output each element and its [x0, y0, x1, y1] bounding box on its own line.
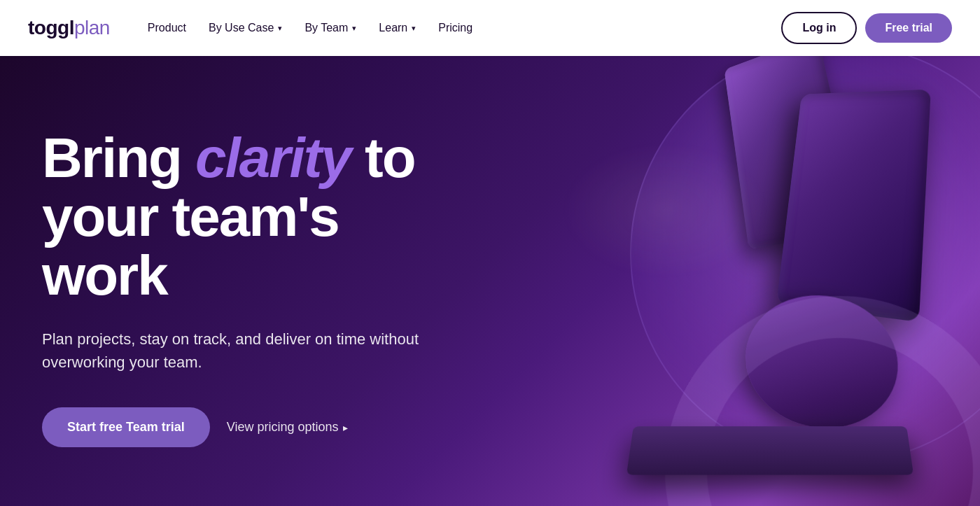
nav-item-by-use-case[interactable]: By Use Case ▾	[199, 16, 292, 40]
hero-content: Bring clarity toyour team'swork Plan pro…	[0, 31, 462, 475]
chevron-down-icon: ▾	[412, 24, 416, 33]
arrow-right-icon: ▸	[343, 422, 348, 433]
hero-shapes	[455, 0, 980, 506]
logo-plan: plan	[74, 17, 110, 39]
shape-keyboard	[626, 426, 913, 475]
nav-item-by-team[interactable]: By Team ▾	[295, 16, 366, 40]
shape-cylinder-2	[776, 90, 931, 322]
login-button[interactable]: Log in	[781, 12, 857, 44]
free-trial-button[interactable]: Free trial	[865, 13, 952, 43]
view-pricing-label: View pricing options	[227, 420, 339, 435]
chevron-down-icon: ▾	[278, 24, 282, 33]
start-trial-button[interactable]: Start free Team trial	[42, 407, 210, 447]
hero-cta: Start free Team trial View pricing optio…	[42, 407, 434, 447]
hero-subtext: Plan projects, stay on track, and delive…	[42, 328, 434, 374]
nav-links: Product By Use Case ▾ By Team ▾ Learn ▾ …	[138, 16, 782, 40]
hero-section: Bring clarity toyour team'swork Plan pro…	[0, 0, 980, 506]
logo-toggl: toggl	[28, 17, 74, 39]
headline-start: Bring	[42, 127, 195, 189]
headline-accent: clarity	[195, 127, 351, 189]
view-pricing-button[interactable]: View pricing options ▸	[227, 420, 348, 435]
nav-item-learn[interactable]: Learn ▾	[369, 16, 426, 40]
nav-item-pricing[interactable]: Pricing	[428, 16, 482, 40]
navbar: toggl plan Product By Use Case ▾ By Team…	[0, 0, 980, 56]
nav-item-product[interactable]: Product	[138, 16, 196, 40]
shape-light	[560, 140, 770, 280]
chevron-down-icon: ▾	[352, 24, 356, 33]
logo[interactable]: toggl plan	[28, 17, 110, 39]
nav-actions: Log in Free trial	[781, 12, 952, 44]
hero-headline: Bring clarity toyour team'swork	[42, 129, 434, 305]
